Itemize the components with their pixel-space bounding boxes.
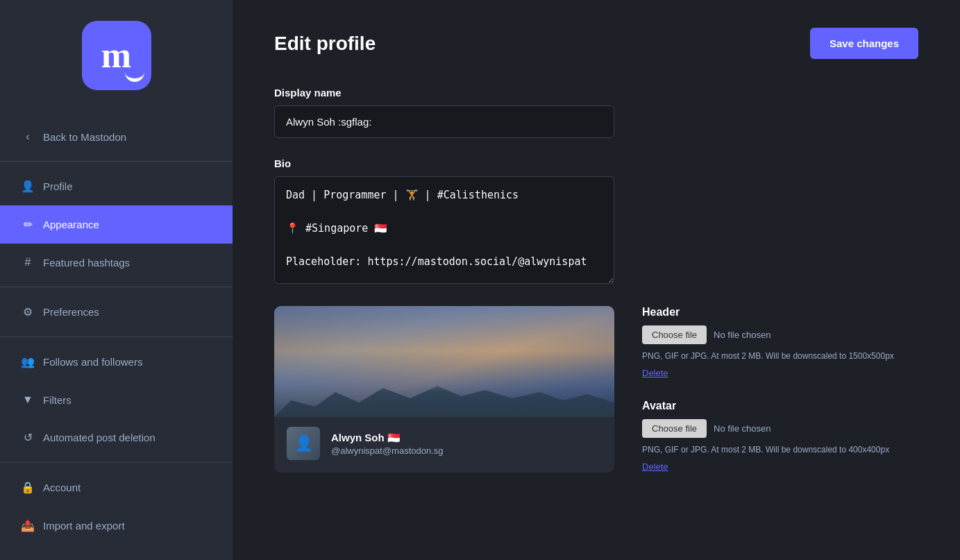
save-changes-button[interactable]: Save changes: [810, 28, 918, 59]
sidebar-divider-1: [0, 161, 233, 162]
people-icon: 👥: [21, 355, 35, 368]
sidebar-item-label: Import and export: [43, 520, 125, 532]
avatar-upload-hint: PNG, GIF or JPG. At most 2 MB. Will be d…: [642, 443, 918, 456]
header-upload-group: Header Choose file No file chosen PNG, G…: [642, 306, 918, 379]
refresh-icon: ↺: [21, 431, 35, 444]
sidebar-item-label: Featured hashtags: [43, 257, 130, 269]
sidebar-item-label: Follows and followers: [43, 356, 142, 368]
export-icon: 📤: [21, 519, 35, 532]
main-content: Edit profile Save changes Display name B…: [233, 0, 960, 560]
sidebar-divider-4: [0, 462, 233, 463]
bio-group: Bio: [274, 158, 918, 287]
sidebar-item-follows-and-followers[interactable]: 👥 Follows and followers: [0, 343, 233, 381]
sidebar-item-label: Appearance: [43, 219, 99, 230]
app-logo: m: [82, 21, 151, 90]
header-delete-link[interactable]: Delete: [642, 368, 668, 378]
sidebar-item-label: Profile: [43, 180, 73, 192]
sidebar-divider-3: [0, 337, 233, 337]
display-name-input[interactable]: [274, 105, 614, 138]
logo-curve: [125, 69, 144, 82]
avatar-delete-link[interactable]: Delete: [642, 461, 668, 472]
avatar-upload-group: Avatar Choose file No file chosen PNG, G…: [642, 400, 918, 473]
sidebar-item-back-to-mastodon[interactable]: ‹ Back to Mastodon: [0, 118, 233, 155]
sidebar-item-label: Automated post deletion: [43, 432, 155, 443]
header-upload-hint: PNG, GIF or JPG. At most 2 MB. Will be d…: [642, 350, 918, 362]
sidebar-nav: ‹ Back to Mastodon 👤 Profile ✏ Appearanc…: [0, 118, 233, 545]
sidebar-item-label: Filters: [43, 394, 71, 406]
profile-info-row: 👤 Alwyn Soh 🇸🇬 @alwynispat@mastodon.sg: [274, 417, 614, 470]
page-header: Edit profile Save changes: [274, 28, 918, 59]
pencil-icon: ✏: [21, 218, 35, 231]
sidebar-item-filters[interactable]: ▼ Filters: [0, 381, 233, 418]
sidebar: m ‹ Back to Mastodon 👤 Profile ✏ Appeara…: [0, 0, 233, 560]
profile-preview-card: 👤 Alwyn Soh 🇸🇬 @alwynispat@mastodon.sg: [274, 306, 614, 473]
gear-icon: ⚙: [21, 305, 35, 319]
bio-label: Bio: [274, 158, 918, 169]
header-no-file-text: No file chosen: [714, 330, 770, 340]
avatar-image: 👤: [287, 427, 320, 460]
header-upload-label: Header: [642, 306, 918, 319]
filter-icon: ▼: [21, 393, 35, 406]
sidebar-item-automated-post-deletion[interactable]: ↺ Automated post deletion: [0, 418, 233, 457]
logo-letter: m: [101, 37, 131, 74]
avatar-no-file-text: No file chosen: [714, 423, 770, 434]
avatar-upload-label: Avatar: [642, 400, 918, 412]
person-icon: 👤: [21, 180, 35, 193]
sidebar-item-featured-hashtags[interactable]: # Featured hashtags: [0, 244, 233, 281]
sidebar-item-account[interactable]: 🔒 Account: [0, 468, 233, 507]
header-choose-file-button[interactable]: Choose file: [642, 325, 707, 344]
display-name-group: Display name: [274, 87, 918, 138]
sidebar-item-label: Preferences: [43, 306, 99, 318]
display-name-label: Display name: [274, 87, 918, 99]
hash-icon: #: [21, 256, 35, 269]
chevron-left-icon: ‹: [21, 130, 35, 143]
avatar-file-input-row: Choose file No file chosen: [642, 419, 918, 438]
sidebar-item-appearance[interactable]: ✏ Appearance: [0, 205, 233, 244]
avatar: 👤: [285, 425, 321, 461]
bio-textarea[interactable]: [274, 176, 614, 284]
header-file-input-row: Choose file No file chosen: [642, 325, 918, 344]
lock-icon: 🔒: [21, 481, 35, 494]
profile-display-name: Alwyn Soh 🇸🇬: [331, 432, 444, 444]
sidebar-item-label: Account: [43, 482, 81, 493]
profile-name-block: Alwyn Soh 🇸🇬 @alwynispat@mastodon.sg: [331, 432, 444, 456]
profile-section: 👤 Alwyn Soh 🇸🇬 @alwynispat@mastodon.sg H…: [274, 306, 918, 473]
sidebar-item-import-and-export[interactable]: 📤 Import and export: [0, 507, 233, 545]
avatar-choose-file-button[interactable]: Choose file: [642, 419, 707, 438]
page-title: Edit profile: [274, 33, 376, 55]
sidebar-item-preferences[interactable]: ⚙ Preferences: [0, 293, 233, 331]
profile-header-image: [274, 306, 614, 417]
upload-section: Header Choose file No file chosen PNG, G…: [642, 306, 918, 473]
sidebar-item-label: Back to Mastodon: [43, 131, 126, 143]
sidebar-item-profile[interactable]: 👤 Profile: [0, 167, 233, 205]
sidebar-divider-2: [0, 287, 233, 287]
profile-handle: @alwynispat@mastodon.sg: [331, 446, 444, 456]
